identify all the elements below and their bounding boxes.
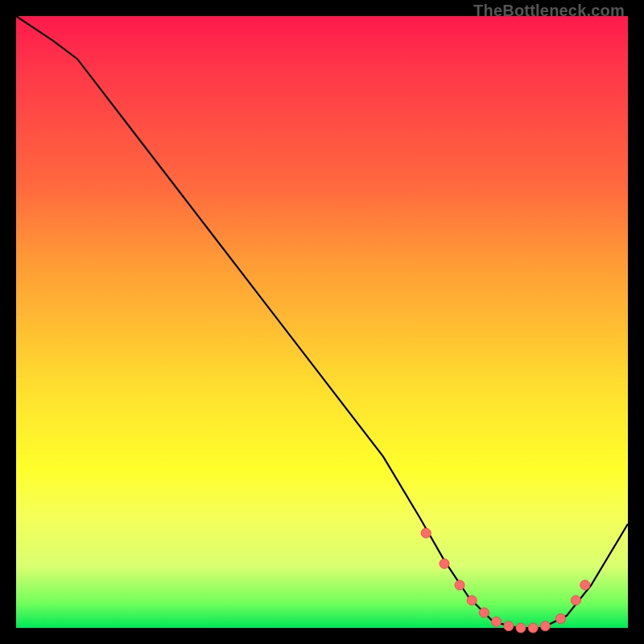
bottleneck-curve bbox=[16, 16, 628, 628]
highlight-dot bbox=[580, 580, 590, 590]
highlight-dot bbox=[421, 528, 431, 538]
highlight-dot bbox=[516, 623, 526, 633]
highlight-dot bbox=[455, 580, 464, 590]
highlight-dot bbox=[504, 621, 514, 631]
watermark-text: TheBottleneck.com bbox=[473, 2, 625, 20]
highlight-dots bbox=[421, 528, 590, 633]
highlight-dot bbox=[528, 623, 538, 633]
highlight-dot bbox=[571, 596, 580, 605]
highlight-dot bbox=[492, 617, 502, 626]
highlight-dot bbox=[555, 614, 565, 624]
highlight-dot bbox=[540, 621, 550, 631]
curve-layer bbox=[16, 16, 628, 628]
highlight-dot bbox=[479, 608, 489, 617]
highlight-dot bbox=[440, 559, 449, 568]
plot-area bbox=[16, 16, 628, 628]
highlight-dot bbox=[467, 596, 477, 605]
chart-frame: TheBottleneck.com bbox=[0, 0, 644, 644]
